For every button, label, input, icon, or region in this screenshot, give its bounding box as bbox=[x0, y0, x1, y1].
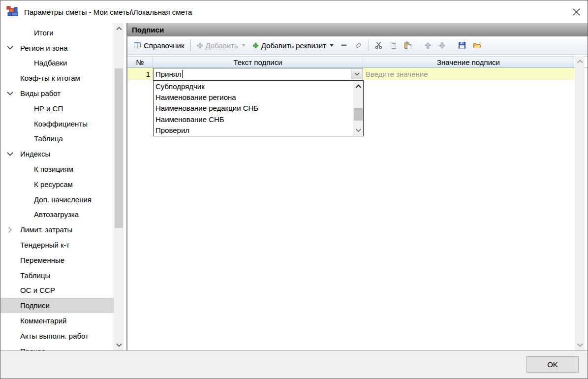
scrollbar-up-icon[interactable] bbox=[114, 24, 124, 33]
signature-text-value: Принял bbox=[155, 70, 182, 78]
paste-button[interactable] bbox=[401, 39, 415, 51]
add-button-label: Добавить bbox=[206, 41, 238, 50]
sidebar-item[interactable]: Надбавки bbox=[0, 56, 114, 71]
text-caret bbox=[182, 70, 183, 78]
sidebar-item-label: Надбавки bbox=[34, 59, 67, 67]
sidebar-item[interactable]: Коэф-ты к итогам bbox=[0, 70, 114, 86]
sidebar-item-label: Подписи bbox=[20, 301, 50, 310]
dropdown-item[interactable]: Субподрядчик bbox=[154, 81, 353, 92]
signature-value-placeholder: Введите значение bbox=[366, 70, 428, 78]
scrollbar-thumb[interactable] bbox=[354, 108, 363, 121]
sidebar-item-label: Индексы bbox=[20, 150, 50, 158]
sidebar-item[interactable]: К ресурсам bbox=[0, 177, 114, 192]
sidebar-item[interactable]: Индексы bbox=[0, 146, 114, 161]
scrollbar-down-icon[interactable] bbox=[114, 341, 124, 349]
dropdown-item[interactable]: Наименование редакции СНБ bbox=[154, 103, 353, 114]
save-icon bbox=[458, 41, 466, 49]
sidebar-item-label: Доп. начисления bbox=[34, 195, 92, 204]
book-icon bbox=[133, 41, 141, 49]
sidebar-item[interactable]: Подписи bbox=[0, 298, 114, 313]
move-down-button[interactable] bbox=[435, 40, 449, 51]
toolbar-separator bbox=[369, 39, 369, 51]
sidebar-item-label: Таблицы bbox=[20, 271, 50, 280]
sidebar-item-label: Регион и зона bbox=[20, 44, 68, 52]
main-panel: Подписи Справочник bbox=[126, 23, 588, 350]
sidebar-item-label: К позициям bbox=[34, 165, 73, 173]
reference-button-label: Справочник bbox=[144, 41, 185, 50]
footer: OK bbox=[0, 350, 588, 379]
copy-button[interactable] bbox=[386, 39, 400, 51]
sidebar-item[interactable]: Переменные bbox=[0, 253, 114, 268]
sidebar-item-label: Лимит. затраты bbox=[20, 225, 72, 234]
scrollbar-down-icon[interactable] bbox=[353, 126, 363, 135]
sidebar-item-label: Тендерный к-т bbox=[20, 241, 69, 249]
scrollbar-down-icon[interactable] bbox=[575, 341, 585, 349]
sidebar-item[interactable]: ОС и ССР bbox=[0, 283, 114, 298]
sidebar-item[interactable]: Таблицы bbox=[0, 268, 114, 283]
toolbar-separator bbox=[190, 39, 191, 51]
remove-button[interactable] bbox=[338, 40, 350, 51]
dropdown-item[interactable]: Наименование региона bbox=[154, 92, 353, 102]
sidebar-item[interactable]: Таблица bbox=[0, 131, 114, 147]
signature-text-editor[interactable]: Принял bbox=[153, 68, 363, 80]
sidebar-item[interactable]: Тендерный к-т bbox=[0, 237, 114, 253]
sidebar-item[interactable]: НР и СП bbox=[0, 101, 114, 116]
sidebar-item[interactable]: Доп. начисления bbox=[0, 192, 114, 207]
scissors-icon bbox=[375, 41, 382, 49]
sidebar-item-label: Автозагрузка bbox=[34, 210, 79, 219]
sidebar-item-label: Коэффициенты bbox=[34, 120, 88, 128]
reference-button[interactable]: Справочник bbox=[130, 39, 187, 52]
ok-button[interactable]: OK bbox=[526, 356, 579, 373]
sidebar-item[interactable]: Коэффициенты bbox=[0, 116, 114, 131]
sidebar-item-label: К ресурсам bbox=[34, 180, 73, 189]
sidebar-item[interactable]: К позициям bbox=[0, 161, 114, 177]
panel-header: Подписи bbox=[127, 23, 588, 36]
minus-icon bbox=[340, 42, 347, 49]
sidebar: ИтогиРегион и зонаНадбавкиКоэф-ты к итог… bbox=[0, 23, 114, 350]
signatures-table: № Текст подписи Значение подписи 1 Приня… bbox=[127, 56, 588, 350]
sidebar-item-label: Акты выполн. работ bbox=[20, 332, 89, 340]
open-button[interactable] bbox=[470, 39, 485, 51]
scrollbar-up-icon[interactable] bbox=[353, 81, 363, 91]
sidebar-item[interactable]: Виды работ bbox=[0, 86, 114, 101]
table-scrollbar[interactable] bbox=[575, 56, 585, 350]
clear-button[interactable] bbox=[351, 39, 366, 51]
dropdown-item[interactable]: Наименование СНБ bbox=[154, 114, 353, 125]
cut-button[interactable] bbox=[372, 39, 385, 51]
chevron-right-icon bbox=[6, 226, 14, 233]
save-button[interactable] bbox=[455, 39, 469, 51]
plus-green-icon bbox=[252, 42, 259, 49]
row-number-cell[interactable]: 1 bbox=[127, 68, 153, 80]
dropdown-item[interactable]: Проверил bbox=[154, 125, 353, 136]
add-button[interactable]: Добавить bbox=[194, 39, 248, 52]
sidebar-item[interactable]: Регион и зона bbox=[0, 40, 114, 56]
scrollbar-thumb[interactable] bbox=[115, 68, 123, 228]
sidebar-item[interactable]: Автозагрузка bbox=[0, 207, 114, 222]
sidebar-item-label: НР и СП bbox=[34, 104, 63, 113]
column-header-value: Значение подписи bbox=[363, 57, 574, 67]
chevron-down-icon bbox=[6, 44, 14, 52]
toolbar: Справочник Добавить Добавить реквизит bbox=[127, 36, 588, 55]
move-up-button[interactable] bbox=[421, 40, 434, 51]
sidebar-item[interactable]: Комментарий bbox=[0, 313, 114, 328]
plus-icon bbox=[197, 42, 203, 49]
sidebar-item[interactable]: Лимит. затраты bbox=[0, 222, 114, 237]
title-bar: Параметры сметы - Мои сметы\Локальная см… bbox=[0, 0, 588, 23]
dropdown-scrollbar[interactable] bbox=[353, 81, 363, 136]
close-icon bbox=[573, 8, 580, 16]
sidebar-item[interactable]: Итоги bbox=[0, 25, 114, 40]
signature-value-cell[interactable]: Введите значение bbox=[363, 68, 574, 80]
sidebar-item-label: Переменные bbox=[20, 256, 64, 264]
chevron-down-icon bbox=[330, 44, 334, 47]
sidebar-item-label: Итоги bbox=[34, 29, 54, 37]
sidebar-item[interactable]: Прочее bbox=[0, 344, 114, 350]
sidebar-item-label: Комментарий bbox=[20, 316, 66, 325]
sidebar-scrollbar[interactable] bbox=[114, 23, 124, 350]
scrollbar-up-icon[interactable] bbox=[575, 57, 585, 66]
sidebar-item[interactable]: Акты выполн. работ bbox=[0, 328, 114, 344]
sidebar-item-label: Таблица bbox=[34, 134, 63, 143]
combo-dropdown-button[interactable] bbox=[351, 69, 362, 79]
close-button[interactable] bbox=[565, 3, 588, 21]
add-requisite-button[interactable]: Добавить реквизит bbox=[249, 39, 337, 52]
arrow-up-icon bbox=[424, 42, 432, 49]
